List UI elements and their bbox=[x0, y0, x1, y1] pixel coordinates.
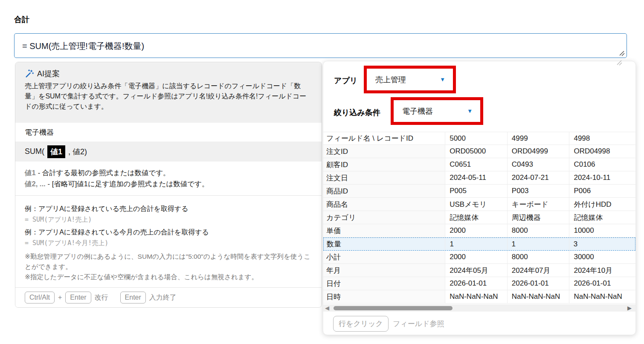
examples-section: 例：アプリAに登録されている売上の合計を取得する = SUM(アプリA!売上) … bbox=[15, 195, 322, 285]
table-row[interactable]: 商品IDP005P003P006 bbox=[323, 185, 635, 198]
suggestion-item-filter[interactable]: 電子機器 bbox=[15, 123, 322, 142]
field-value-cell: 2024-07-21 bbox=[507, 171, 569, 184]
table-row[interactable]: 数量113 bbox=[323, 237, 635, 251]
field-value-cell: キーボード bbox=[507, 198, 569, 211]
field-value-cell: 2026-01-01 bbox=[569, 277, 635, 290]
signature-suffix: , 値2) bbox=[68, 147, 87, 157]
field-name-cell: 商品ID bbox=[323, 185, 445, 197]
field-value-cell: C0106 bbox=[569, 158, 635, 171]
table-row[interactable]: 注文日2024-05-112024-07-212024-10-11 bbox=[323, 171, 635, 185]
field-value-cell: 3 bbox=[569, 238, 635, 250]
field-value-cell: 記憶媒体 bbox=[569, 211, 635, 224]
field-name-cell: 注文ID bbox=[323, 145, 445, 158]
field-value-cell: NaN-NaN-NaN bbox=[507, 290, 569, 303]
field-name-cell: 商品名 bbox=[323, 198, 445, 211]
chevron-down-icon: ▼ bbox=[467, 108, 473, 114]
ai-suggestion-title: AI提案 bbox=[37, 69, 60, 79]
field-name-cell: カテゴリ bbox=[323, 211, 445, 224]
table-row[interactable]: 年月2024年05月2024年07月2024年10月 bbox=[323, 264, 635, 277]
field-value-cell: NaN-NaN-NaN bbox=[445, 290, 507, 303]
resize-grip-faint-icon bbox=[616, 59, 623, 66]
field-value-cell: 5000 bbox=[445, 132, 507, 145]
field-reference-hint: フィールド参照 bbox=[393, 319, 444, 329]
click-row-hint-keycap: 行をクリック bbox=[333, 316, 389, 332]
filter-select-label: 絞り込み条件 bbox=[334, 107, 380, 118]
argument-line: 値2, ...- [省略可]値1に足す追加の参照式または数値です。 bbox=[25, 178, 312, 189]
example-code: = SUM(アプリA!今月!売上) bbox=[25, 239, 312, 247]
scroll-right-icon[interactable]: ▶ bbox=[626, 304, 633, 312]
field-value-cell: 2000 bbox=[445, 224, 507, 237]
table-row[interactable]: 小計2000800030000 bbox=[323, 251, 635, 264]
field-name-cell: 年月 bbox=[323, 264, 445, 277]
field-value-cell: NaN-NaN-NaN bbox=[569, 290, 635, 303]
field-value-cell: C0493 bbox=[507, 158, 569, 171]
field-name-cell: 日付 bbox=[323, 277, 445, 290]
field-value-cell: 1 bbox=[507, 238, 569, 250]
field-value-cell: 2026-01-01 bbox=[445, 277, 507, 290]
example-code: = SUM(アプリA!売上) bbox=[25, 216, 312, 224]
magic-wand-icon bbox=[25, 69, 34, 78]
page-title: 合計 bbox=[14, 14, 29, 25]
example-label: 例：アプリAに登録されている売上の合計を取得する bbox=[25, 205, 312, 214]
field-value-cell: 2026-01-01 bbox=[507, 277, 569, 290]
field-value-cell: USBメモリ bbox=[445, 198, 507, 211]
field-value-cell: 2024年10月 bbox=[569, 264, 635, 277]
app-dropdown-value: 売上管理 bbox=[375, 75, 440, 85]
field-value-cell: 外付けHDD bbox=[569, 198, 635, 211]
horizontal-scrollbar[interactable]: ◀ ▶ bbox=[323, 304, 635, 312]
ctrl-alt-keycap: Ctrl/Alt bbox=[25, 292, 55, 304]
argument-descriptions: 値1- 合計する最初の参照式または数値です。 値2, ...- [省略可]値1に… bbox=[15, 162, 322, 195]
field-reference-popup: アプリ 売上管理 ▼ 絞り込み条件 電子機器 ▼ フィールド名 \ レコードID… bbox=[323, 61, 636, 335]
field-value-cell: 8000 bbox=[507, 251, 569, 263]
scrollbar-thumb[interactable] bbox=[334, 306, 453, 310]
field-value-cell: 2024年07月 bbox=[507, 264, 569, 277]
table-row[interactable]: 注文IDORD05000ORD04999ORD04998 bbox=[323, 145, 635, 158]
field-value-cell: 2000 bbox=[445, 251, 507, 263]
ai-suggestion-section: AI提案 売上管理アプリの絞り込み条件「電子機器」に該当するレコードのフィールド… bbox=[15, 62, 322, 123]
field-value-cell: 2024年05月 bbox=[445, 264, 507, 277]
filter-dropdown[interactable]: 電子機器 ▼ bbox=[394, 106, 480, 116]
app-select-highlight: 売上管理 ▼ bbox=[364, 66, 456, 93]
table-row[interactable]: 日時NaN-NaN-NaNNaN-NaN-NaNNaN-NaN-NaN bbox=[323, 290, 635, 304]
argument-description: - [省略可]値1に足す追加の参照式または数値です。 bbox=[48, 180, 209, 188]
field-value-cell: 10000 bbox=[569, 224, 635, 237]
shortcut-footer: Ctrl/Alt + Enter 改行 Enter 入力終了 bbox=[15, 287, 322, 307]
note-text: ※勤怠管理アプリの例にあるように、SUMの入力には"5:00"のような時間を表す… bbox=[25, 251, 312, 272]
field-value-cell: 2024-05-11 bbox=[445, 171, 507, 184]
app-select-label: アプリ bbox=[334, 75, 357, 86]
field-name-cell: 日時 bbox=[323, 290, 445, 303]
table-row[interactable]: カテゴリ記憶媒体周辺機器記憶媒体 bbox=[323, 211, 635, 224]
active-argument-token: 値1 bbox=[47, 145, 65, 158]
table-row[interactable]: 単価2000800010000 bbox=[323, 224, 635, 237]
formula-value: = SUM(売上管理!電子機器!数量) bbox=[22, 40, 144, 52]
formula-input[interactable]: = SUM(売上管理!電子機器!数量) bbox=[14, 33, 627, 58]
chevron-down-icon: ▼ bbox=[440, 76, 445, 83]
app-dropdown[interactable]: 売上管理 ▼ bbox=[367, 75, 453, 85]
argument-description: - 合計する最初の参照式または数値です。 bbox=[38, 169, 170, 176]
table-row[interactable]: 商品名USBメモリキーボード外付けHDD bbox=[323, 198, 635, 211]
field-name-cell: 顧客ID bbox=[323, 158, 445, 171]
enter-keycap: Enter bbox=[120, 292, 146, 304]
field-value-cell: 周辺機器 bbox=[507, 211, 569, 224]
field-name-cell: フィールド名 \ レコードID bbox=[323, 132, 445, 145]
formula-helper-panel: AI提案 売上管理アプリの絞り込み条件「電子機器」に該当するレコードのフィールド… bbox=[15, 62, 322, 308]
field-value-cell: 4998 bbox=[569, 132, 635, 145]
table-row[interactable]: 顧客IDC0651C0493C0106 bbox=[323, 158, 635, 171]
field-value-cell: P003 bbox=[507, 185, 569, 197]
enter-keycap: Enter bbox=[65, 292, 91, 304]
filter-select-highlight: 電子機器 ▼ bbox=[391, 97, 483, 125]
field-value-cell: ORD04998 bbox=[569, 145, 635, 158]
function-signature: SUM( 値1 , 値2) bbox=[15, 142, 322, 162]
table-row[interactable]: 日付2026-01-012026-01-012026-01-01 bbox=[323, 277, 635, 290]
field-name-cell: 単価 bbox=[323, 224, 445, 237]
example-label: 例：アプリAに登録されている今月の売上の合計を取得する bbox=[25, 228, 312, 237]
field-value-cell: ORD05000 bbox=[445, 145, 507, 158]
signature-prefix: SUM( bbox=[25, 147, 44, 156]
note-text: ※指定したデータに不正な値や空欄が含まれる場合、これらは無視されます。 bbox=[25, 272, 312, 282]
resize-grip-icon[interactable] bbox=[618, 50, 625, 57]
argument-line: 値1- 合計する最初の参照式または数値です。 bbox=[25, 167, 312, 178]
argument-name: 値2, ... bbox=[25, 180, 46, 188]
scroll-left-icon[interactable]: ◀ bbox=[323, 304, 331, 312]
ai-suggestion-description: 売上管理アプリの絞り込み条件「電子機器」に該当するレコードのフィールドコード「数… bbox=[25, 81, 312, 112]
argument-name: 値1 bbox=[25, 169, 36, 176]
